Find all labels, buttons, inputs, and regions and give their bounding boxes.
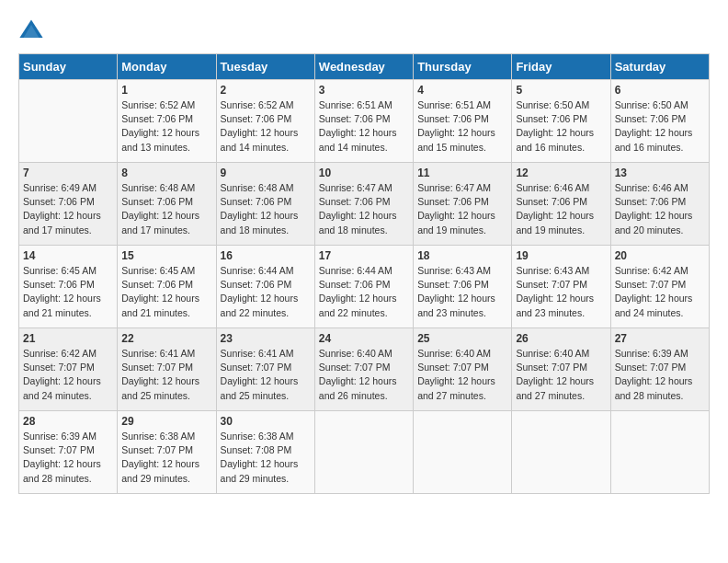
day-cell: 1Sunrise: 6:52 AM Sunset: 7:06 PM Daylig… [118, 80, 216, 163]
day-info: Sunrise: 6:38 AM Sunset: 7:08 PM Dayligh… [221, 430, 311, 486]
day-info: Sunrise: 6:39 AM Sunset: 7:07 PM Dayligh… [23, 430, 113, 486]
day-info: Sunrise: 6:48 AM Sunset: 7:06 PM Dayligh… [121, 181, 211, 237]
day-cell: 17Sunrise: 6:44 AM Sunset: 7:06 PM Dayli… [314, 246, 413, 328]
day-info: Sunrise: 6:49 AM Sunset: 7:06 PM Dayligh… [23, 181, 113, 237]
day-cell [512, 411, 610, 494]
day-cell [314, 411, 413, 494]
day-cell: 10Sunrise: 6:47 AM Sunset: 7:06 PM Dayli… [314, 163, 413, 246]
day-number: 27 [615, 332, 705, 345]
day-number: 8 [121, 167, 211, 179]
day-number: 5 [516, 84, 606, 97]
header-cell-monday: Monday [118, 54, 216, 80]
day-number: 12 [516, 167, 606, 179]
day-number: 1 [121, 84, 211, 97]
day-cell: 18Sunrise: 6:43 AM Sunset: 7:06 PM Dayli… [414, 246, 512, 328]
day-cell: 11Sunrise: 6:47 AM Sunset: 7:06 PM Dayli… [414, 163, 512, 246]
header-cell-saturday: Saturday [610, 54, 709, 80]
day-cell: 12Sunrise: 6:46 AM Sunset: 7:06 PM Dayli… [512, 163, 610, 246]
day-info: Sunrise: 6:41 AM Sunset: 7:07 PM Dayligh… [221, 347, 311, 403]
day-number: 24 [319, 332, 409, 345]
day-cell: 8Sunrise: 6:48 AM Sunset: 7:06 PM Daylig… [118, 163, 216, 246]
day-cell: 27Sunrise: 6:39 AM Sunset: 7:07 PM Dayli… [610, 328, 709, 411]
day-info: Sunrise: 6:47 AM Sunset: 7:06 PM Dayligh… [319, 181, 409, 237]
day-info: Sunrise: 6:50 AM Sunset: 7:06 PM Dayligh… [516, 98, 606, 155]
week-row-4: 21Sunrise: 6:42 AM Sunset: 7:07 PM Dayli… [19, 328, 710, 411]
day-number: 11 [417, 167, 507, 179]
day-info: Sunrise: 6:43 AM Sunset: 7:06 PM Dayligh… [417, 264, 507, 320]
day-number: 15 [121, 249, 211, 262]
header-cell-wednesday: Wednesday [314, 54, 413, 80]
day-info: Sunrise: 6:40 AM Sunset: 7:07 PM Dayligh… [417, 347, 507, 403]
day-info: Sunrise: 6:40 AM Sunset: 7:07 PM Dayligh… [319, 347, 409, 403]
day-cell [19, 80, 118, 163]
day-number: 28 [23, 415, 113, 428]
day-cell: 25Sunrise: 6:40 AM Sunset: 7:07 PM Dayli… [414, 328, 512, 411]
week-row-5: 28Sunrise: 6:39 AM Sunset: 7:07 PM Dayli… [19, 411, 710, 494]
day-info: Sunrise: 6:40 AM Sunset: 7:07 PM Dayligh… [516, 347, 606, 403]
day-cell [414, 411, 512, 494]
logo [18, 18, 48, 44]
day-info: Sunrise: 6:51 AM Sunset: 7:06 PM Dayligh… [417, 98, 507, 155]
day-number: 30 [221, 415, 311, 428]
day-cell: 29Sunrise: 6:38 AM Sunset: 7:07 PM Dayli… [118, 411, 216, 494]
day-number: 6 [615, 84, 705, 97]
day-number: 25 [417, 332, 507, 345]
day-number: 2 [221, 84, 311, 97]
day-cell [610, 411, 709, 494]
day-cell: 24Sunrise: 6:40 AM Sunset: 7:07 PM Dayli… [314, 328, 413, 411]
day-number: 4 [417, 84, 507, 97]
day-number: 26 [516, 332, 606, 345]
header-cell-tuesday: Tuesday [216, 54, 314, 80]
week-row-1: 1Sunrise: 6:52 AM Sunset: 7:06 PM Daylig… [19, 80, 710, 163]
header-cell-thursday: Thursday [414, 54, 512, 80]
day-info: Sunrise: 6:50 AM Sunset: 7:06 PM Dayligh… [615, 98, 705, 155]
day-cell: 16Sunrise: 6:44 AM Sunset: 7:06 PM Dayli… [216, 246, 314, 328]
day-cell: 21Sunrise: 6:42 AM Sunset: 7:07 PM Dayli… [19, 328, 118, 411]
day-number: 7 [23, 167, 113, 179]
day-info: Sunrise: 6:52 AM Sunset: 7:06 PM Dayligh… [221, 98, 311, 155]
day-number: 16 [221, 249, 311, 262]
day-info: Sunrise: 6:46 AM Sunset: 7:06 PM Dayligh… [615, 181, 705, 237]
day-cell: 7Sunrise: 6:49 AM Sunset: 7:06 PM Daylig… [19, 163, 118, 246]
day-cell: 6Sunrise: 6:50 AM Sunset: 7:06 PM Daylig… [610, 80, 709, 163]
day-number: 17 [319, 249, 409, 262]
day-number: 29 [121, 415, 211, 428]
header-cell-sunday: Sunday [19, 54, 118, 80]
day-info: Sunrise: 6:43 AM Sunset: 7:07 PM Dayligh… [516, 264, 606, 320]
day-number: 18 [417, 249, 507, 262]
day-number: 23 [221, 332, 311, 345]
page-header [18, 18, 710, 44]
day-cell: 28Sunrise: 6:39 AM Sunset: 7:07 PM Dayli… [19, 411, 118, 494]
day-number: 14 [23, 249, 113, 262]
day-cell: 2Sunrise: 6:52 AM Sunset: 7:06 PM Daylig… [216, 80, 314, 163]
day-cell: 26Sunrise: 6:40 AM Sunset: 7:07 PM Dayli… [512, 328, 610, 411]
day-info: Sunrise: 6:38 AM Sunset: 7:07 PM Dayligh… [121, 430, 211, 486]
day-number: 3 [319, 84, 409, 97]
day-number: 13 [615, 167, 705, 179]
week-row-3: 14Sunrise: 6:45 AM Sunset: 7:06 PM Dayli… [19, 246, 710, 328]
day-cell: 5Sunrise: 6:50 AM Sunset: 7:06 PM Daylig… [512, 80, 610, 163]
day-info: Sunrise: 6:42 AM Sunset: 7:07 PM Dayligh… [23, 347, 113, 403]
day-info: Sunrise: 6:45 AM Sunset: 7:06 PM Dayligh… [23, 264, 113, 320]
day-number: 9 [221, 167, 311, 179]
logo-icon [18, 18, 44, 44]
day-cell: 13Sunrise: 6:46 AM Sunset: 7:06 PM Dayli… [610, 163, 709, 246]
calendar-table: SundayMondayTuesdayWednesdayThursdayFrid… [18, 53, 710, 494]
header-row: SundayMondayTuesdayWednesdayThursdayFrid… [19, 54, 710, 80]
day-cell: 15Sunrise: 6:45 AM Sunset: 7:06 PM Dayli… [118, 246, 216, 328]
day-cell: 19Sunrise: 6:43 AM Sunset: 7:07 PM Dayli… [512, 246, 610, 328]
day-cell: 4Sunrise: 6:51 AM Sunset: 7:06 PM Daylig… [414, 80, 512, 163]
day-info: Sunrise: 6:39 AM Sunset: 7:07 PM Dayligh… [615, 347, 705, 403]
day-info: Sunrise: 6:46 AM Sunset: 7:06 PM Dayligh… [516, 181, 606, 237]
day-info: Sunrise: 6:42 AM Sunset: 7:07 PM Dayligh… [615, 264, 705, 320]
day-number: 20 [615, 249, 705, 262]
day-info: Sunrise: 6:44 AM Sunset: 7:06 PM Dayligh… [319, 264, 409, 320]
day-cell: 23Sunrise: 6:41 AM Sunset: 7:07 PM Dayli… [216, 328, 314, 411]
day-info: Sunrise: 6:45 AM Sunset: 7:06 PM Dayligh… [121, 264, 211, 320]
day-cell: 9Sunrise: 6:48 AM Sunset: 7:06 PM Daylig… [216, 163, 314, 246]
day-number: 21 [23, 332, 113, 345]
day-info: Sunrise: 6:44 AM Sunset: 7:06 PM Dayligh… [221, 264, 311, 320]
day-number: 10 [319, 167, 409, 179]
week-row-2: 7Sunrise: 6:49 AM Sunset: 7:06 PM Daylig… [19, 163, 710, 246]
day-cell: 14Sunrise: 6:45 AM Sunset: 7:06 PM Dayli… [19, 246, 118, 328]
